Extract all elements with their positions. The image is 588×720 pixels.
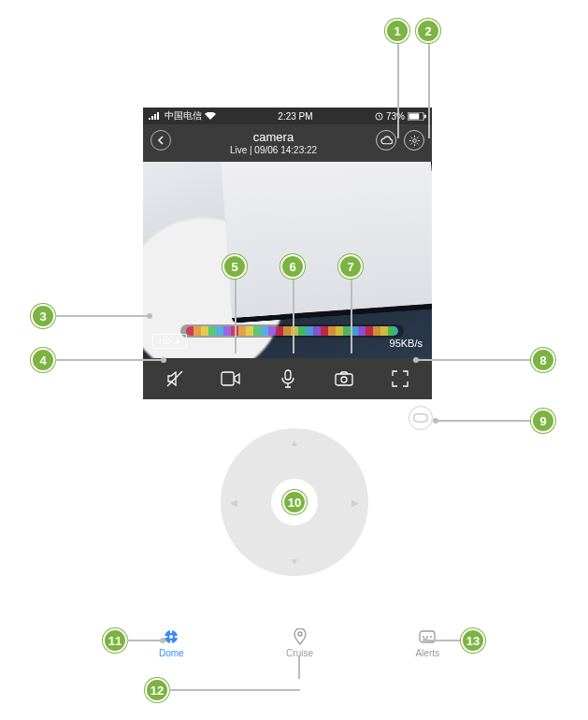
callout-8-wrap: 8 [413,348,555,372]
battery-label: 73% [386,111,405,122]
svg-rect-1 [151,116,153,120]
clock-label: 2:23 PM [278,111,312,122]
camera-subtitle: Live | 09/06 14:23:22 [171,145,376,156]
bottom-tabs: Dome Cruise Alerts [159,628,439,658]
wifi-icon [205,112,216,120]
callout-line [397,43,399,138]
callout-4: 4 [31,348,55,372]
signal-icon [149,112,162,120]
svg-rect-16 [170,641,172,644]
bitrate-label: 95KB/s [390,338,423,349]
svg-rect-2 [154,114,156,120]
fullscreen-button[interactable] [372,370,428,387]
svg-rect-10 [285,370,291,380]
callout-5: 5 [222,254,247,279]
callout-11-wrap: 11 [103,628,165,653]
svg-rect-11 [336,374,352,385]
chevron-down-icon: ▼ [290,556,299,567]
battery-icon [408,112,426,121]
camera-title: camera [171,130,376,145]
carrier-label: 中国电信 [165,109,202,122]
callout-12: 12 [145,678,169,702]
callout-13: 13 [461,628,485,653]
svg-rect-6 [409,113,419,119]
svg-rect-7 [424,114,426,118]
callout-11: 11 [103,628,127,653]
svg-point-19 [298,632,302,636]
callout-9-wrap: 9 [433,409,555,433]
quality-label: HD [159,337,171,346]
svg-rect-9 [222,372,234,385]
callout-4-wrap: 4 [31,348,166,372]
record-button[interactable] [203,371,259,386]
status-bar: 中国电信 2:23 PM 73% [143,108,432,124]
svg-point-12 [341,377,347,382]
callout-line [351,279,352,353]
callout-line [293,279,294,353]
chevron-up-icon: ▲ [290,438,299,448]
callout-line [428,43,430,138]
svg-point-14 [169,635,173,639]
monitor-prop [221,162,432,324]
snapshot-button[interactable] [316,371,372,386]
alarm-icon [375,112,383,121]
callout-9: 9 [531,409,555,433]
svg-rect-18 [175,636,179,638]
back-button[interactable] [151,130,171,151]
callout-6: 6 [280,254,305,279]
chevron-left-icon: ◀ [230,497,237,508]
callout-1: 1 [385,19,409,43]
svg-rect-15 [170,629,172,633]
callout-line [298,656,300,679]
callout-line [235,279,237,353]
settings-button[interactable] [404,130,424,151]
talk-button[interactable] [259,369,315,388]
quality-selector[interactable]: HD [152,334,187,349]
svg-rect-3 [157,112,159,120]
callout-8: 8 [531,348,555,372]
callout-3-wrap: 3 [31,304,152,328]
callout-2: 2 [416,19,440,43]
svg-rect-0 [149,118,151,120]
phone-frame: 中国电信 2:23 PM 73% camera Live | 09/06 14:… [143,108,432,399]
callout-3: 3 [31,304,55,328]
title-bar: camera Live | 09/06 14:23:22 [143,124,432,162]
panorama-button[interactable] [409,406,433,430]
chevron-right-icon: ▶ [351,497,359,508]
tab-cruise[interactable]: Cruise [286,628,313,658]
callout-7: 7 [338,254,363,279]
cruise-icon [292,628,308,645]
svg-point-8 [412,138,416,142]
callout-10: 10 [282,490,307,514]
cloud-button[interactable] [376,130,396,151]
dome-icon [163,628,179,645]
video-toolbar [143,358,432,399]
callout-12-wrap: 12 [145,678,300,702]
chevron-up-icon [175,339,180,343]
callout-13-wrap: 13 [423,628,485,653]
